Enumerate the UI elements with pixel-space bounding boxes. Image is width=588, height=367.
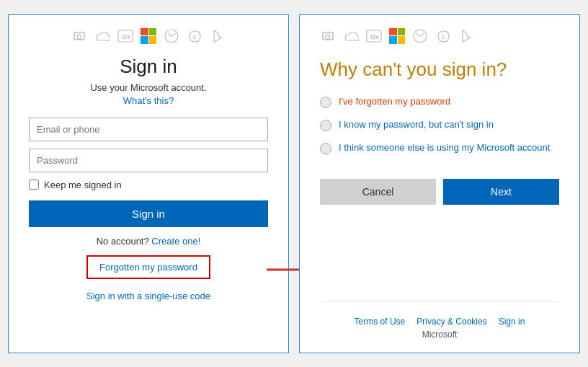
next-button[interactable]: Next <box>443 179 559 205</box>
svg-text:O: O <box>76 33 82 41</box>
radio-1[interactable] <box>320 97 331 108</box>
signin-panel: O Ox S <box>8 14 289 353</box>
footer-links: Terms of Use Privacy & Cookies Sign in <box>320 309 559 327</box>
right-icon-bar: O Ox S <box>320 28 474 44</box>
option-know-password[interactable]: I know my password, but can't sign in <box>320 118 559 131</box>
option-forgot-password[interactable]: I've forgotten my password <box>320 95 559 108</box>
xbox-icon <box>164 28 179 44</box>
footer-signin-link[interactable]: Sign in <box>499 317 525 327</box>
r-xbox-icon <box>412 28 428 44</box>
svg-text:Ox: Ox <box>122 33 130 40</box>
signin-button[interactable]: Sign in <box>29 200 268 227</box>
bing-icon <box>210 28 226 44</box>
option-2-text: I know my password, but can't sign in <box>339 118 494 131</box>
r-outlook-icon: Ox <box>366 28 382 44</box>
radio-2[interactable] <box>320 120 331 131</box>
keep-signed-in-label: Keep me signed in <box>44 180 122 190</box>
svg-text:O: O <box>325 33 331 41</box>
r-office-icon: O <box>320 28 336 44</box>
create-one-link[interactable]: Create one! <box>151 236 200 247</box>
outlook-icon: Ox <box>117 28 133 44</box>
signin-subtitle: Use your Microsoft account. <box>90 82 206 93</box>
password-input[interactable] <box>29 149 268 172</box>
option-someone-else[interactable]: I think someone else is using my Microso… <box>320 141 559 154</box>
email-input[interactable] <box>29 118 268 141</box>
why-title: Why can't you sign in? <box>320 58 507 81</box>
option-3-text: I think someone else is using my Microso… <box>339 141 550 154</box>
keep-signed-in-checkbox[interactable] <box>29 180 39 190</box>
microsoft-label: Microsoft <box>320 330 559 340</box>
keep-signed-in-row: Keep me signed in <box>29 180 268 190</box>
option-1-text: I've forgotten my password <box>339 95 450 108</box>
cancel-button[interactable]: Cancel <box>320 179 436 205</box>
svg-text:Ox: Ox <box>370 33 379 40</box>
privacy-link[interactable]: Privacy & Cookies <box>416 317 486 327</box>
main-container: O Ox S <box>8 14 580 353</box>
r-mslogo-icon <box>389 28 405 44</box>
r-bing-icon <box>458 28 474 44</box>
onedrive-icon <box>94 28 110 44</box>
left-icon-bar: O Ox S <box>71 28 226 44</box>
terms-link[interactable]: Terms of Use <box>355 317 406 327</box>
action-buttons: Cancel Next <box>320 179 559 205</box>
office-icon: O <box>71 28 87 44</box>
why-panel: O Ox S Why can't you <box>299 14 580 353</box>
r-onedrive-icon <box>343 28 359 44</box>
r-skype-icon: S <box>435 28 451 44</box>
no-account-row: No account? Create one! <box>97 236 201 247</box>
radio-3[interactable] <box>320 143 331 154</box>
skype-icon: S <box>187 28 202 44</box>
svg-text:S: S <box>192 34 196 40</box>
whats-this-link[interactable]: What's this? <box>123 95 174 106</box>
signin-title: Sign in <box>120 56 177 78</box>
mslogo-icon <box>141 28 156 44</box>
forgot-password-link[interactable]: Forgotten my password <box>86 255 210 279</box>
svg-text:S: S <box>441 34 445 40</box>
single-use-link[interactable]: Sign in with a single-use code <box>86 291 210 301</box>
footer-section: Terms of Use Privacy & Cookies Sign in M… <box>320 301 559 340</box>
